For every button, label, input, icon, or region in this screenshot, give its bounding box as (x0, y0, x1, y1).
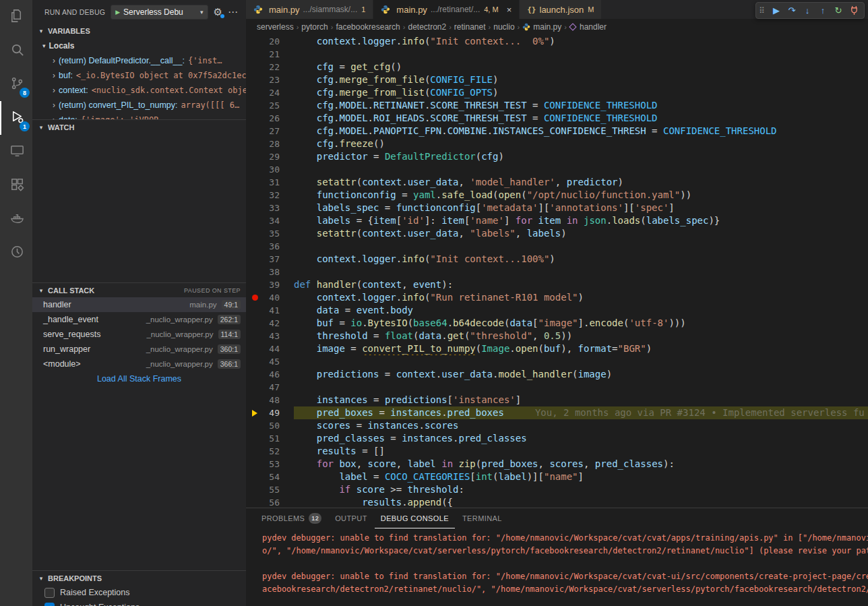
stack-frame[interactable]: handlermain.py49:1 (32, 297, 246, 312)
variables-scope-locals[interactable]: ▾ Locals (32, 38, 246, 53)
step-out-button[interactable]: ↑ (815, 3, 830, 18)
code-line[interactable]: 46 predictions = context.user_data.model… (246, 368, 868, 381)
variable-row[interactable]: ›buf:<_io.BytesIO object at 0x7f5a2dc1ec… (32, 68, 246, 83)
breadcrumb-item[interactable]: detectron2 (408, 22, 446, 32)
tab-output[interactable]: OUTPUT (329, 508, 373, 528)
code-line[interactable]: 24 cfg.merge_from_list(CONFIG_OPTS) (246, 86, 868, 99)
breakpoint-gutter[interactable] (246, 342, 264, 355)
stack-frame[interactable]: _handle_event_nuclio_wrapper.py262:1 (32, 312, 246, 327)
tab-main-py-retinanet[interactable]: main.py .../retinanet/... 4, M × (373, 0, 520, 19)
code-line[interactable]: 23 cfg.merge_from_file(CONFIG_FILE) (246, 73, 868, 86)
drag-grip-icon[interactable]: ⠿ (759, 6, 768, 16)
breadcrumb-item[interactable]: nuclio (493, 22, 514, 32)
breadcrumb-item[interactable]: facebookresearch (336, 22, 400, 32)
breakpoint-gutter[interactable] (246, 227, 264, 240)
tab-main-py-siammask[interactable]: main.py .../siammask/... 1 (246, 0, 373, 19)
code-line[interactable]: 20 context.logger.info("Init context... … (246, 35, 868, 48)
disconnect-button[interactable] (846, 3, 861, 18)
breakpoint-gutter[interactable] (246, 240, 264, 253)
code-line[interactable]: 40 context.logger.info("Run retinanet-R1… (246, 291, 868, 304)
code-line[interactable]: 51 pred_classes = instances.pred_classes (246, 432, 868, 445)
breakpoint-gutter[interactable] (246, 253, 264, 266)
breakpoint-gutter[interactable] (246, 214, 264, 227)
breakpoint-gutter[interactable] (246, 458, 264, 471)
code-line[interactable]: 22 cfg = get_cfg() (246, 61, 868, 73)
code-line[interactable]: 31 setattr(context.user_data, 'model_han… (246, 176, 868, 189)
breadcrumb-item[interactable]: pytorch (301, 22, 328, 32)
code-line[interactable]: 29 predictor = DefaultPredictor(cfg) (246, 150, 868, 163)
uncaught-exceptions-checkbox[interactable] (44, 603, 55, 606)
breakpoint-gutter[interactable] (246, 278, 264, 291)
breakpoint-gutter[interactable] (246, 368, 264, 381)
breakpoint-gutter[interactable] (246, 176, 264, 189)
stack-frame[interactable]: <module>_nuclio_wrapper.py366:1 (32, 357, 246, 371)
code-line[interactable]: 38 (246, 266, 868, 278)
code-line[interactable]: 55 if score >= threshold: (246, 483, 868, 496)
breakpoint-gutter[interactable] (246, 125, 264, 138)
variable-row[interactable]: ›data:{'image': 'iVBOR… (32, 113, 246, 119)
code-line[interactable]: 33 labels_spec = functionconfig['metadat… (246, 202, 868, 214)
breakpoint-gutter[interactable] (246, 73, 264, 86)
close-icon[interactable]: × (507, 5, 512, 14)
breakpoint-gutter[interactable] (246, 304, 264, 317)
code-line[interactable]: 28 cfg.freeze() (246, 138, 868, 150)
code-line[interactable]: 32 functionconfig = yaml.safe_load(open(… (246, 189, 868, 202)
debug-console-output[interactable]: pydev debugger: unable to find translati… (246, 528, 868, 606)
breakpoint-gutter[interactable] (246, 86, 264, 99)
code-line[interactable]: 47 (246, 381, 868, 394)
breakpoint-gutter[interactable] (246, 406, 264, 419)
code-line[interactable]: 34 labels = {item['id']: item['name'] fo… (246, 214, 868, 227)
tab-debug-console[interactable]: DEBUG CONSOLE (375, 508, 455, 528)
debug-config-dropdown[interactable]: ▶ Serverless Debu ▾ (111, 5, 208, 20)
code-line[interactable]: 39def handler(context, event): (246, 278, 868, 291)
breakpoint-gutter[interactable] (246, 381, 264, 394)
activity-source-control[interactable]: 8 (0, 67, 32, 101)
code-line[interactable]: 26 cfg.MODEL.ROI_HEADS.SCORE_THRESH_TEST… (246, 112, 868, 125)
more-actions-icon[interactable]: ⋯ (228, 6, 241, 18)
code-line[interactable]: 42 buf = io.BytesIO(base64.b64decode(dat… (246, 317, 868, 330)
code-line[interactable]: 25 cfg.MODEL.RETINANET.SCORE_THRESH_TEST… (246, 99, 868, 112)
code-line[interactable]: 43 threshold = float(data.get("threshold… (246, 330, 868, 342)
breakpoint-gutter[interactable] (246, 99, 264, 112)
gear-icon[interactable]: ⚙ (214, 7, 222, 17)
activity-run-and-debug[interactable]: 1 (0, 101, 32, 135)
watch-section-header[interactable]: ▾ WATCH (32, 119, 246, 134)
breakpoint-gutter[interactable] (246, 471, 264, 483)
step-over-button[interactable]: ↷ (784, 3, 799, 18)
code-line[interactable]: 27 cfg.MODEL.PANOPTIC_FPN.COMBINE.INSTAN… (246, 125, 868, 138)
code-line[interactable]: 54 label = COCO_CATEGORIES[int(label)]["… (246, 471, 868, 483)
breakpoint-gutter[interactable] (246, 394, 264, 406)
code-line[interactable]: 44 image = convert_PIL_to_numpy(Image.op… (246, 342, 868, 355)
code-line[interactable]: 48 instances = predictions['instances'] (246, 394, 868, 406)
breakpoint-gutter[interactable] (246, 432, 264, 445)
code-line[interactable]: 21 (246, 48, 868, 61)
breakpoint-gutter[interactable] (246, 35, 264, 48)
code-line[interactable]: 36 (246, 240, 868, 253)
code-line[interactable]: 50 scores = instances.scores (246, 419, 868, 432)
breadcrumb-item[interactable]: handler (580, 22, 607, 32)
breakpoint-gutter[interactable] (246, 138, 264, 150)
variables-section-header[interactable]: ▾ VARIABLES (32, 24, 246, 38)
activity-docker[interactable] (0, 202, 32, 236)
breakpoint-gutter[interactable] (246, 61, 264, 73)
code-line[interactable]: 53 for box, score, label in zip(pred_box… (246, 458, 868, 471)
code-line[interactable]: 49 pred_boxes = instances.pred_boxesYou,… (246, 406, 868, 419)
code-line[interactable]: 30 (246, 163, 868, 176)
breadcrumb-item[interactable]: serverless (257, 22, 294, 32)
activity-search[interactable] (0, 34, 32, 67)
code-line[interactable]: 41 data = event.body (246, 304, 868, 317)
tab-launch-json[interactable]: {} launch.json M (520, 0, 602, 19)
code-line[interactable]: 35 setattr(context.user_data, "labels", … (246, 227, 868, 240)
load-all-stack-frames-link[interactable]: Load All Stack Frames (32, 371, 246, 386)
breakpoint-gutter[interactable] (246, 150, 264, 163)
activity-explorer[interactable] (0, 0, 32, 34)
stack-frame[interactable]: serve_requests_nuclio_wrapper.py114:1 (32, 327, 246, 342)
breakpoint-gutter[interactable] (246, 419, 264, 432)
breakpoint-gutter[interactable] (246, 330, 264, 342)
breakpoint-gutter[interactable] (246, 483, 264, 496)
continue-button[interactable]: ▶ (769, 3, 784, 18)
variable-row[interactable]: ›(return) convert_PIL_to_numpy:array([[[… (32, 98, 246, 113)
breadcrumb-item[interactable]: retinanet (454, 22, 486, 32)
raised-exceptions-checkbox[interactable] (44, 588, 55, 598)
variable-row[interactable]: ›context:<nuclio_sdk.context.Context obj… (32, 83, 246, 98)
